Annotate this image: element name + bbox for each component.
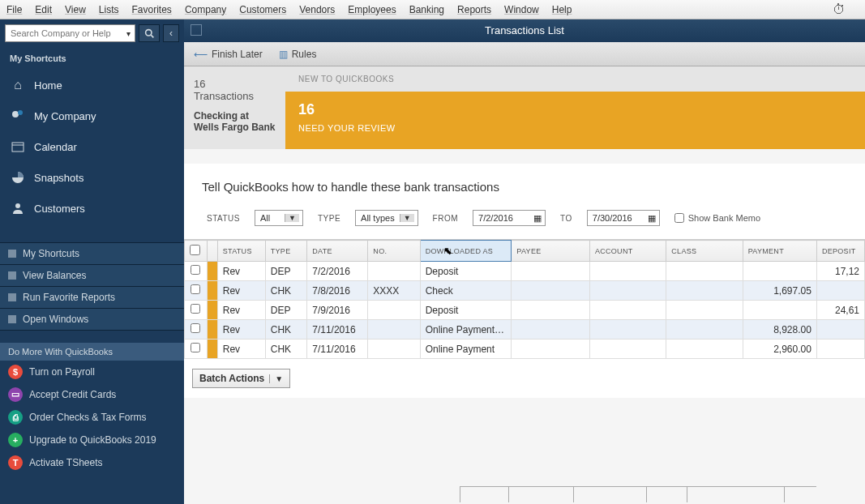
menu-favorites[interactable]: Favorites	[132, 4, 172, 15]
window-toolbar: ⟵ Finish Later ▥ Rules	[184, 42, 865, 66]
cell-payee[interactable]	[512, 262, 590, 281]
sidebar-item-snapshots[interactable]: Snapshots	[0, 162, 184, 193]
show-memo-checkbox[interactable]: Show Bank Memo	[674, 213, 760, 223]
row-checkbox[interactable]	[191, 323, 200, 333]
menu-window[interactable]: Window	[504, 4, 539, 15]
table-row[interactable]: Rev CHK 7/11/2016 Online Payment 2,960.0…	[185, 340, 865, 359]
cell-account[interactable]	[589, 281, 666, 301]
print-icon: ⎙	[8, 410, 23, 425]
cell-class[interactable]	[666, 301, 743, 320]
menu-lists[interactable]: Lists	[99, 4, 119, 15]
row-checkbox-cell[interactable]	[185, 301, 208, 320]
col-checkbox[interactable]	[185, 241, 208, 262]
col-payment[interactable]: PAYMENT	[743, 241, 816, 262]
menu-customers[interactable]: Customers	[239, 4, 286, 15]
reminders-icon[interactable]: ⏱	[833, 2, 846, 17]
cell-payee[interactable]	[512, 320, 590, 340]
cell-class[interactable]	[666, 340, 743, 359]
sidebar-nav-windows[interactable]: Open Windows	[0, 309, 184, 331]
cell-class[interactable]	[666, 320, 743, 340]
cell-payee[interactable]	[512, 340, 590, 359]
checkbox-label: Show Bank Memo	[688, 213, 760, 223]
col-type[interactable]: TYPE	[265, 241, 306, 262]
finish-later-button[interactable]: ⟵ Finish Later	[194, 49, 263, 60]
col-deposit[interactable]: DEPOSIT	[816, 241, 864, 262]
table-row[interactable]: Rev DEP 7/2/2016 Deposit 17,12	[185, 262, 865, 281]
status-label: STATUS	[207, 214, 240, 223]
row-checkbox[interactable]	[191, 265, 200, 275]
type-dropdown[interactable]: All types▼	[355, 210, 418, 226]
domore-upgrade[interactable]: +Upgrade to QuickBooks 2019	[0, 429, 184, 451]
menu-company[interactable]: Company	[185, 4, 226, 15]
sidebar-item-customers[interactable]: Customers	[0, 193, 184, 224]
select-all-checkbox[interactable]	[190, 245, 200, 255]
row-checkbox-cell[interactable]	[185, 281, 208, 301]
menu-file[interactable]: File	[6, 4, 22, 15]
row-checkbox-cell[interactable]	[185, 320, 208, 340]
sidebar-nav-balances[interactable]: View Balances	[0, 265, 184, 287]
sidebar-item-calendar[interactable]: Calendar	[0, 131, 184, 162]
sidebar-item-home[interactable]: ⌂ Home	[0, 70, 184, 100]
cell-account[interactable]	[589, 262, 666, 281]
to-date-input[interactable]: 7/30/2016▦	[587, 210, 660, 226]
sidebar: ▾ ‹ My Shortcuts ⌂ Home My Company Calen…	[0, 19, 184, 504]
col-status[interactable]: STATUS	[217, 241, 265, 262]
col-account[interactable]: ACCOUNT	[589, 241, 666, 262]
menu-employees[interactable]: Employees	[348, 4, 396, 15]
cell-account[interactable]	[589, 301, 666, 320]
col-class[interactable]: CLASS	[666, 241, 743, 262]
search-box[interactable]: ▾	[5, 24, 135, 42]
cell-account[interactable]	[589, 340, 666, 359]
table-row[interactable]: Rev DEP 7/9/2016 Deposit 24,61	[185, 301, 865, 320]
search-button[interactable]	[139, 24, 160, 42]
row-checkbox[interactable]	[191, 284, 200, 294]
cell-payee[interactable]	[512, 281, 590, 301]
menu-banking[interactable]: Banking	[409, 4, 444, 15]
search-dropdown-caret[interactable]: ▾	[122, 29, 135, 38]
cell-payment: 8,928.00	[743, 320, 816, 340]
col-date[interactable]: DATE	[307, 241, 368, 262]
menu-vendors[interactable]: Vendors	[299, 4, 335, 15]
rules-button[interactable]: ▥ Rules	[279, 49, 317, 60]
sidebar-nav-reports[interactable]: Run Favorite Reports	[0, 287, 184, 309]
sidebar-nav-shortcuts[interactable]: My Shortcuts	[0, 243, 184, 265]
row-checkbox-cell[interactable]	[185, 262, 208, 281]
cell-payment	[743, 262, 816, 281]
calendar-icon: ▦	[533, 213, 542, 224]
sidebar-nav-label: My Shortcuts	[23, 248, 79, 259]
menu-reports[interactable]: Reports	[457, 4, 491, 15]
row-checkbox-cell[interactable]	[185, 340, 208, 359]
col-tag[interactable]	[207, 241, 217, 262]
window-control-icon[interactable]	[191, 24, 202, 36]
domore-payroll[interactable]: $Turn on Payroll	[0, 361, 184, 383]
row-checkbox[interactable]	[191, 343, 200, 352]
need-review-banner[interactable]: 16 NEED YOUR REVIEW	[285, 92, 865, 149]
collapse-sidebar-button[interactable]: ‹	[163, 24, 179, 42]
cell-type: CHK	[265, 281, 306, 301]
cell-deposit	[816, 320, 864, 340]
table-row[interactable]: Rev CHK 7/8/2016 XXXX Check 1,697.05	[185, 281, 865, 301]
col-payee[interactable]: PAYEE	[512, 241, 590, 262]
menu-edit[interactable]: Edit	[35, 4, 52, 15]
domore-checks[interactable]: ⎙Order Checks & Tax Forms	[0, 406, 184, 429]
search-input[interactable]	[6, 28, 122, 38]
cell-class[interactable]	[666, 262, 743, 281]
cell-account[interactable]	[589, 320, 666, 340]
cell-payee[interactable]	[512, 301, 590, 320]
col-downloaded-as[interactable]: DOWNLOADED AS	[420, 241, 512, 262]
table-row[interactable]: Rev CHK 7/11/2016 Online Payment… 8,928.…	[185, 320, 865, 340]
from-date-input[interactable]: 7/2/2016▦	[473, 210, 546, 226]
txn-count: 16	[194, 78, 205, 90]
checkbox-input[interactable]	[674, 213, 684, 223]
menu-view[interactable]: View	[65, 4, 86, 15]
sidebar-item-company[interactable]: My Company	[0, 100, 184, 131]
cell-no	[368, 340, 420, 359]
status-dropdown[interactable]: All▼	[255, 210, 303, 226]
col-no[interactable]: NO.	[368, 241, 420, 262]
row-checkbox[interactable]	[191, 304, 200, 314]
cell-class[interactable]	[666, 281, 743, 301]
batch-actions-button[interactable]: Batch Actions ▼	[192, 369, 290, 388]
domore-tsheets[interactable]: TActivate TSheets	[0, 451, 184, 474]
domore-cards[interactable]: ▭Accept Credit Cards	[0, 383, 184, 406]
menu-help[interactable]: Help	[552, 4, 572, 15]
